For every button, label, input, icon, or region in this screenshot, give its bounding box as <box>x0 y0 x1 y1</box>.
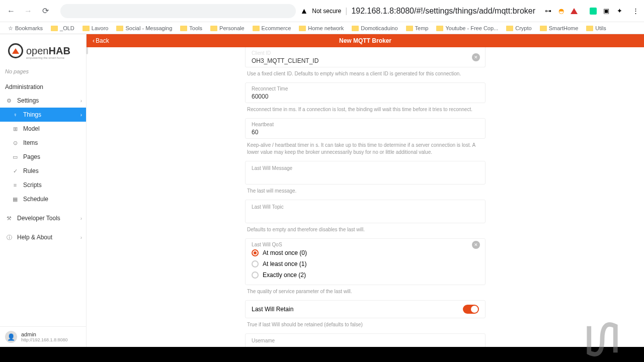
url-area: ▲ Not secure | 192.168.1.8:8080/#!/setti… <box>60 4 535 18</box>
form: Client ID ✕ Use a fixed client ID. Defau… <box>245 47 486 347</box>
bookmark-item[interactable]: Social - Messaging <box>113 24 175 32</box>
nav-help[interactable]: ⓘHelp & About› <box>0 230 86 244</box>
field-reconnect[interactable]: Reconnect Time <box>245 82 486 103</box>
back-button[interactable]: ← <box>4 4 18 18</box>
field-lastwill-topic[interactable]: Last Will Topic <box>245 200 486 223</box>
no-pages-label: No pages <box>0 64 86 78</box>
nav-scripts[interactable]: ≡Scripts <box>0 178 86 192</box>
back-button[interactable]: ‹Back <box>87 37 115 44</box>
bookmark-item[interactable]: Lavoro <box>79 24 112 32</box>
bookmark-item[interactable]: Domoticaduino <box>349 24 400 32</box>
nav-rules[interactable]: ✓Rules <box>0 164 86 178</box>
help-text: Defaults to empty and therefore disables… <box>245 225 486 238</box>
nav-pages[interactable]: ▭Pages <box>0 150 86 164</box>
toolbar-right: ⊶ ◓ ▣ ✦ ⋮ <box>543 7 640 16</box>
field-lastwill-qos: Last Will QoS ✕ At most once (0) At leas… <box>245 238 486 285</box>
bookmark-item[interactable]: Personale <box>207 24 248 32</box>
user-block[interactable]: 👤 admin http://192.168.1.8:8080 <box>0 326 86 347</box>
warning-icon: ▲ <box>300 7 308 16</box>
nav-bar: ← → ⟳ ▲ Not secure | 192.168.1.8:8080/#!… <box>0 0 644 22</box>
field-client-id[interactable]: Client ID ✕ <box>245 47 486 67</box>
qos-option-1[interactable]: At least once (1) <box>252 258 479 269</box>
menu-icon[interactable]: ⋮ <box>631 7 640 16</box>
folder-icon <box>180 26 187 31</box>
shield-icon[interactable]: ◓ <box>556 7 566 16</box>
nav-model[interactable]: ⊞Model <box>0 122 86 136</box>
qos-option-0[interactable]: At most once (0) <box>252 247 479 258</box>
page-title: New MQTT Broker <box>339 37 391 44</box>
folder-icon <box>586 26 593 31</box>
url-text: 192.168.1.8:8080/#!/settings/things/add/… <box>351 7 535 16</box>
wrench-icon: ⚒ <box>5 214 13 222</box>
field-label: Last Will Topic <box>252 204 479 210</box>
extensions-icon[interactable]: ✦ <box>615 7 624 16</box>
bookmark-item[interactable]: Crypto <box>503 24 534 32</box>
forward-button[interactable]: → <box>21 4 35 18</box>
nav-things[interactable]: ♀Things› <box>0 108 86 122</box>
rules-icon: ✓ <box>11 167 19 175</box>
topbar: ‹Back New MQTT Broker <box>87 34 644 47</box>
key-icon[interactable]: ⊶ <box>543 7 552 16</box>
bookmark-item[interactable]: Youtube - Free Cop... <box>433 24 501 32</box>
field-label: Last Will QoS <box>252 242 479 247</box>
bookmark-item[interactable]: SmartHome <box>537 24 582 32</box>
ext-green-icon[interactable] <box>589 7 598 16</box>
gear-icon: ⚙ <box>5 97 13 105</box>
nav-items[interactable]: ⊙Items <box>0 136 86 150</box>
lastwill-topic-input[interactable] <box>252 213 479 216</box>
ext-square-icon[interactable]: ▣ <box>602 7 611 16</box>
qos-option-2[interactable]: Exactly once (2) <box>252 269 479 281</box>
reload-button[interactable]: ⟳ <box>38 4 52 18</box>
section-administration: Administration <box>0 78 86 94</box>
content: Client ID ✕ Use a fixed client ID. Defau… <box>87 47 644 347</box>
bookmark-item[interactable]: ☆Bookmarks <box>5 24 46 33</box>
help-text: Use a fixed client ID. Defaults to empty… <box>245 69 486 82</box>
info-icon: ⓘ <box>5 233 13 241</box>
bookmark-item[interactable]: _OLD <box>48 24 77 32</box>
field-label: Reconnect Time <box>252 86 479 92</box>
toggle-icon: ⊙ <box>11 139 19 147</box>
field-lastwill-retain: Last Will Retain <box>245 300 486 318</box>
field-heartbeat[interactable]: Heartbeat <box>245 118 486 139</box>
clear-icon[interactable]: ✕ <box>472 241 480 249</box>
bookmark-item[interactable]: Tools <box>177 24 205 32</box>
bookmark-item[interactable]: Temp <box>403 24 432 32</box>
logo-icon <box>8 43 23 58</box>
field-lastwill-message[interactable]: Last Will Message <box>245 161 486 185</box>
url-bar[interactable] <box>60 4 296 18</box>
client-id-input[interactable] <box>252 56 479 64</box>
extension-icon[interactable] <box>570 7 579 16</box>
help-text: The quality of service parameter of the … <box>245 287 486 300</box>
lastwill-message-input[interactable] <box>252 174 479 177</box>
nav-devtools[interactable]: ⚒Developer Tools› <box>0 211 86 225</box>
help-text: Reconnect time in ms. If a connection is… <box>245 105 486 118</box>
nav-settings[interactable]: ⚙Settings› <box>0 94 86 108</box>
bookmark-item[interactable]: Home network <box>296 24 347 32</box>
user-info: admin http://192.168.1.8:8080 <box>21 331 68 342</box>
heartbeat-input[interactable] <box>252 128 479 136</box>
star-icon: ☆ <box>8 25 13 32</box>
bookmark-item[interactable]: Ecommerce <box>250 24 294 32</box>
reconnect-input[interactable] <box>252 92 479 100</box>
retain-toggle[interactable] <box>463 305 479 314</box>
chevron-right-icon: › <box>80 216 82 221</box>
security-label: Not secure <box>312 8 341 15</box>
main: ‹Back New MQTT Broker Client ID ✕ Use a … <box>87 34 644 347</box>
nav-schedule[interactable]: ▦Schedule <box>0 192 86 206</box>
model-icon: ⊞ <box>11 125 19 133</box>
radio-icon <box>252 249 259 256</box>
browser-chrome: ← → ⟳ ▲ Not secure | 192.168.1.8:8080/#!… <box>0 0 644 34</box>
help-text: The last will message. <box>245 187 486 200</box>
folder-icon <box>406 26 413 31</box>
field-username[interactable]: Username <box>245 333 486 347</box>
bookmark-item[interactable]: Utils <box>583 24 609 32</box>
folder-icon <box>253 26 260 31</box>
logo: openHAB empowering the smart home <box>0 34 86 64</box>
username-input[interactable] <box>252 346 479 347</box>
folder-icon <box>506 26 513 31</box>
field-label: Last Will Message <box>252 165 479 171</box>
user-name: admin <box>21 331 68 337</box>
field-label: Heartbeat <box>252 122 479 127</box>
folder-icon <box>352 26 359 31</box>
clear-icon[interactable]: ✕ <box>472 53 480 61</box>
